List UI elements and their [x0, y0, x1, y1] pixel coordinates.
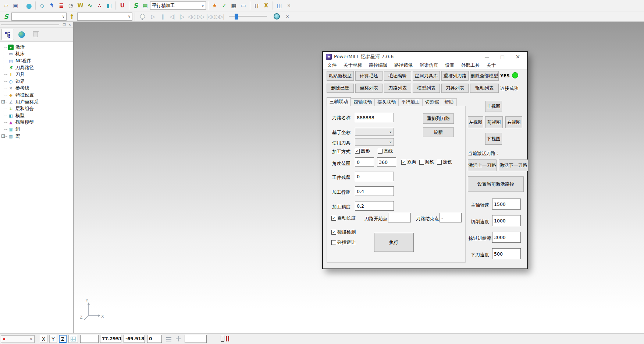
checkbox-icon[interactable]	[419, 160, 424, 165]
toolpath-combobox[interactable]: ∨	[11, 13, 67, 21]
workplane-select[interactable]	[355, 128, 394, 136]
coordinate-y-field[interactable]: -69.918	[124, 335, 145, 343]
activate-next-toolpath-button[interactable]: 激活下一刀路	[499, 159, 528, 171]
tree-item-levels-sets[interactable]: ≋ 层和组合	[0, 105, 73, 112]
maximize-button[interactable]: □	[496, 52, 509, 62]
tab-head-tilt[interactable]: 摆头联动	[375, 98, 399, 106]
slider-handle[interactable]	[235, 14, 238, 20]
paste-new-model-button[interactable]: 粘贴新模型	[327, 71, 354, 81]
tolerance-input[interactable]	[355, 201, 394, 211]
strategy-combobox[interactable]: 平行精加工 ∨	[150, 1, 206, 10]
checkbox-icon[interactable]	[378, 149, 383, 154]
spindle-speed-input[interactable]	[492, 199, 521, 210]
set-active-path-button[interactable]: 设置当前激活路径	[468, 176, 524, 192]
view-bottom-button[interactable]: 下视图	[485, 133, 502, 145]
tool-create-icon[interactable]: ◔	[66, 1, 75, 10]
points-icon[interactable]: ∴	[95, 1, 104, 10]
tool-combobox[interactable]: ∨	[77, 13, 132, 21]
menu-workplane[interactable]: 关于坐标	[344, 62, 362, 69]
collision-check-icon[interactable]: U	[118, 1, 127, 10]
angle-end-input[interactable]	[377, 157, 396, 167]
reorder-toolpaths-button[interactable]: 重排列刀路	[441, 71, 469, 81]
tab-recycle-bin[interactable]	[29, 29, 42, 40]
simulation-speed-slider[interactable]	[229, 16, 267, 17]
checkbox-icon[interactable]	[437, 160, 442, 165]
calculator-icon[interactable]: ▦	[229, 1, 238, 10]
locate-position-icon[interactable]	[176, 336, 181, 341]
menu-toolpath-edit[interactable]: 路径编辑	[369, 62, 387, 69]
pause-button[interactable]: ∥	[158, 12, 167, 21]
auto-length-checkbox[interactable]: 自动长度	[331, 215, 356, 221]
climb-mill-checkbox[interactable]: 顺铣	[419, 159, 434, 165]
start-point-input[interactable]	[388, 213, 411, 222]
marker-combobox[interactable]: ∨	[1, 335, 35, 343]
toolpath-list-button[interactable]: 刀路列表	[384, 84, 411, 93]
tree-item-tools[interactable]: † 刀具	[0, 71, 73, 78]
close-panel-icon[interactable]: ×	[67, 22, 72, 27]
menu-settings[interactable]: 设置	[445, 62, 454, 69]
tree-item-groups[interactable]: ▣ 组	[0, 126, 73, 133]
measure-field[interactable]	[185, 335, 207, 343]
tab-saw[interactable]: 切割锯	[423, 98, 442, 106]
model-list-button[interactable]: 模型列表	[413, 84, 440, 93]
tab-4axis[interactable]: 四轴联动	[351, 98, 375, 106]
pattern-icon[interactable]: ∿	[85, 1, 95, 10]
bidirectional-checkbox[interactable]: 双向	[401, 159, 416, 165]
line-mode-checkbox[interactable]: 直线	[378, 148, 393, 154]
fast-forward-button[interactable]: ▷▷	[196, 12, 205, 21]
circle-mode-checkbox[interactable]: 圆形	[355, 148, 370, 154]
delete-selected-button[interactable]: 删除已选	[327, 84, 354, 93]
step-back-button[interactable]: ◁|	[168, 12, 177, 21]
axis-x-button[interactable]: X	[40, 335, 47, 343]
step-forward-button[interactable]: |▷	[177, 12, 186, 21]
save-project-icon[interactable]: ▣	[11, 1, 20, 10]
reorder-toolpaths-button-2[interactable]: 重排列刀路	[423, 113, 454, 124]
tools-icon[interactable]: ††	[252, 1, 261, 10]
menu-simulation[interactable]: 渲染仿真	[420, 62, 438, 69]
grid-snap-button[interactable]	[68, 335, 78, 343]
drive-list-button[interactable]: 驱动列表	[470, 84, 499, 93]
stepover-input[interactable]	[355, 186, 394, 196]
tool-library-button[interactable]: 星河刀具库	[413, 71, 440, 81]
checkbox-icon[interactable]	[331, 240, 336, 245]
refresh-button[interactable]: 刷新	[423, 127, 454, 137]
cutting-feed-input[interactable]	[492, 215, 521, 226]
tree-item-feature-sets[interactable]: ◆ 特征设置	[0, 92, 73, 99]
block-icon[interactable]: ◇	[38, 1, 47, 10]
close-button[interactable]: ×	[512, 52, 524, 62]
nc-program-icon[interactable]: ◫	[275, 1, 284, 10]
verify-icon[interactable]: ★	[210, 1, 219, 10]
view-top-button[interactable]: 上视图	[485, 101, 502, 112]
end-point-input[interactable]	[440, 213, 462, 222]
tree-item-active[interactable]: ▸ 激活	[0, 44, 73, 51]
minimize-button[interactable]: —	[481, 52, 493, 62]
tool-check-icon[interactable]: ✓	[220, 1, 229, 10]
tab-3axis[interactable]: 三轴联动	[327, 97, 351, 106]
menu-about[interactable]: 关于	[487, 62, 496, 69]
toolpath-strategy-icon[interactable]: ↰	[47, 1, 56, 10]
tree-item-stock-models[interactable]: ▲ 残留模型	[0, 119, 73, 126]
view-right-button[interactable]: 右视图	[505, 116, 522, 128]
tree-item-macros[interactable]: + ▥ 宏	[0, 133, 73, 140]
tool-select[interactable]	[355, 138, 394, 146]
coordinate-z-field[interactable]: 0	[147, 335, 162, 343]
toolbar-close-icon[interactable]: ×	[284, 1, 293, 10]
menu-toolpath-mirror[interactable]: 路径镜像	[394, 62, 413, 69]
calc-block-button[interactable]: 计算毛坯	[355, 71, 383, 81]
workplane-list-button[interactable]: 坐标列表	[355, 84, 383, 93]
delete-all-models-button[interactable]: 删除全部模型	[470, 71, 499, 81]
conventional-mill-checkbox[interactable]: 逆铣	[437, 159, 452, 165]
toolpath-icon[interactable]: S	[131, 1, 140, 10]
go-to-end-button[interactable]: ▷▷|	[216, 12, 224, 21]
shaded-view-icon[interactable]: ●	[24, 1, 33, 10]
simulation-toolbar-close-icon[interactable]: ×	[283, 12, 292, 21]
go-to-start-button[interactable]: |◁◁	[206, 12, 215, 21]
zlevel-icon[interactable]: ≣	[57, 1, 66, 10]
checkbox-checked-icon[interactable]	[355, 149, 360, 154]
axis-z-button[interactable]: Z	[59, 335, 67, 343]
tree-item-machine[interactable]: ▭ 机床	[0, 51, 73, 58]
checkbox-checked-icon[interactable]	[331, 216, 336, 221]
lightbulb-icon[interactable]	[140, 14, 145, 19]
tool-list-button[interactable]: 刀具列表	[441, 84, 469, 93]
checkbox-checked-icon[interactable]	[401, 160, 406, 165]
